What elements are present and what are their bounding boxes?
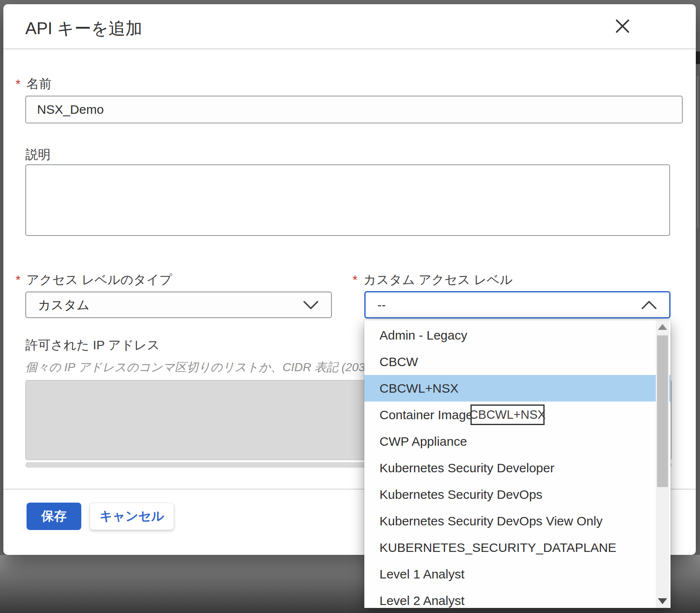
screen: API キーを追加 *名前 説明 *アクセス レベルのタイプ カスタム *カスタ <box>0 0 700 613</box>
custom-access-level-listbox-options: Admin - LegacyCBCWCBCWL+NSXContainer Ima… <box>364 322 671 608</box>
background-page-fragment <box>696 51 700 64</box>
close-button[interactable] <box>612 15 633 37</box>
header-divider <box>3 48 696 49</box>
listbox-option[interactable]: KUBERNETES_SECURITY_DATAPLANE <box>364 534 671 561</box>
chevron-down-icon <box>302 300 319 311</box>
name-label: *名前 <box>16 77 52 91</box>
listbox-option[interactable]: Admin - Legacy <box>364 322 671 348</box>
background-page-edge <box>697 76 698 228</box>
listbox-scrollbar-thumb[interactable] <box>657 335 668 487</box>
required-marker: * <box>353 273 358 286</box>
allowed-ip-label: 許可された IP アドレス <box>25 338 160 352</box>
custom-access-level-label: *カスタム アクセス レベル <box>353 273 513 287</box>
custom-access-level-value: -- <box>377 298 386 312</box>
access-level-type-label: *アクセス レベルのタイプ <box>16 273 172 287</box>
listbox-option[interactable]: CBCWL+NSX <box>364 375 671 402</box>
listbox-option[interactable]: CBCW <box>364 348 671 375</box>
name-input[interactable] <box>25 96 683 123</box>
access-level-type-select[interactable]: カスタム <box>25 292 332 318</box>
custom-access-level-select[interactable]: -- <box>364 291 671 319</box>
scrollbar-down-arrow-icon[interactable] <box>658 598 667 604</box>
chevron-up-icon <box>641 300 657 311</box>
listbox-option[interactable]: Kubernetes Security Developer <box>364 455 671 481</box>
required-marker: * <box>16 77 21 91</box>
scrollbar-up-arrow-icon[interactable] <box>658 324 667 330</box>
close-icon <box>612 15 633 37</box>
listbox-option[interactable]: Level 2 Analyst <box>364 587 671 608</box>
save-button[interactable]: 保存 <box>27 503 81 530</box>
listbox-option[interactable]: CWP Appliance <box>364 428 671 455</box>
description-label: 説明 <box>25 147 51 162</box>
listbox-option[interactable]: Level 1 Analyst <box>364 561 671 587</box>
required-marker: * <box>16 273 21 286</box>
listbox-option[interactable]: Kubernetes Security DevOps <box>364 481 671 508</box>
listbox-scrollbar-track[interactable] <box>656 320 669 608</box>
listbox-option[interactable]: Kubernetes Security DevOps View Only <box>364 508 671 534</box>
custom-access-level-listbox: Admin - LegacyCBCWCBCWL+NSXContainer Ima… <box>364 320 671 608</box>
cancel-button[interactable]: キャンセル <box>90 503 174 530</box>
dialog-title: API キーを追加 <box>25 18 142 38</box>
option-tooltip: CBCWL+NSX <box>470 404 545 425</box>
access-level-type-value: カスタム <box>38 296 90 313</box>
description-textarea[interactable] <box>25 164 670 236</box>
